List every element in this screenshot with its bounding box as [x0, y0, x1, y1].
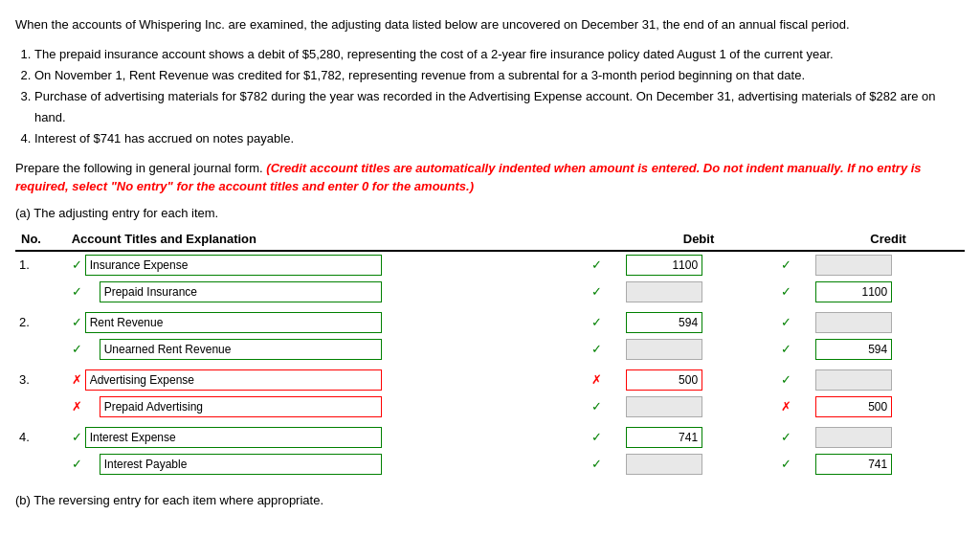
check-icon: ✓ — [779, 284, 794, 299]
credit-amount-input[interactable] — [815, 396, 892, 417]
check-icon: ✓ — [590, 457, 605, 471]
credit-amount-input[interactable] — [815, 255, 892, 276]
check-icon: ✓ — [779, 342, 794, 356]
x-icon: ✗ — [70, 399, 85, 414]
check-icon: ✓ — [779, 315, 794, 329]
check-icon: ✓ — [590, 315, 605, 329]
credit-account-input[interactable] — [100, 281, 382, 302]
debit-amount-input[interactable] — [626, 255, 702, 276]
check-icon: ✓ — [779, 372, 794, 387]
list-item-1: The prepaid insurance account shows a de… — [34, 44, 965, 65]
debit-amount-input[interactable] — [626, 454, 702, 475]
credit-amount-input[interactable] — [815, 454, 892, 475]
list-item-4: Interest of $741 has accrued on notes pa… — [34, 128, 965, 149]
col-credit-header: Credit — [812, 228, 965, 251]
table-row: ✗✓✗ — [15, 393, 965, 420]
col-no-header: No. — [15, 228, 66, 251]
check-icon: ✓ — [779, 257, 794, 272]
check-icon: ✓ — [70, 430, 85, 444]
list-item-2: On November 1, Rent Revenue was credited… — [34, 65, 965, 86]
credit-amount-input[interactable] — [815, 369, 892, 391]
intro-text: When the accounts of Whispering Inc. are… — [15, 15, 965, 34]
table-row: ✓✓✓ — [15, 336, 965, 363]
check-icon: ✓ — [590, 399, 605, 414]
check-icon: ✓ — [779, 457, 794, 471]
x-icon: ✗ — [70, 372, 85, 387]
instruction-prefix: Prepare the following in general journal… — [15, 161, 266, 175]
debit-account-input[interactable] — [85, 255, 382, 276]
check-icon: ✓ — [70, 257, 85, 272]
table-row: 3.✗✗✓ — [15, 367, 965, 393]
col-debit-header: Debit — [622, 228, 775, 251]
table-row: ✓✓✓ — [15, 451, 965, 478]
debit-account-input[interactable] — [85, 312, 382, 333]
check-icon: ✓ — [590, 342, 605, 356]
credit-amount-input[interactable] — [815, 281, 892, 302]
table-row: 4.✓✓✓ — [15, 424, 965, 451]
debit-account-input[interactable] — [85, 369, 382, 391]
list-item-3: Purchase of advertising materials for $7… — [34, 86, 965, 128]
x-icon: ✗ — [779, 399, 794, 414]
table-row: ✓✓✓ — [15, 279, 965, 305]
credit-amount-input[interactable] — [815, 339, 892, 360]
check-icon: ✓ — [70, 342, 85, 356]
check-icon: ✓ — [70, 315, 85, 329]
credit-account-input[interactable] — [100, 454, 382, 475]
numbered-list: The prepaid insurance account shows a de… — [34, 44, 965, 149]
credit-account-input[interactable] — [100, 339, 382, 360]
check-icon: ✓ — [779, 430, 794, 444]
col-account-header: Account Titles and Explanation — [66, 228, 586, 251]
debit-amount-input[interactable] — [626, 281, 702, 302]
debit-amount-input[interactable] — [626, 339, 702, 360]
debit-amount-input[interactable] — [626, 369, 702, 391]
section-a-label: (a) The adjusting entry for each item. — [15, 206, 965, 220]
credit-amount-input[interactable] — [815, 312, 892, 333]
debit-account-input[interactable] — [85, 427, 382, 448]
table-row: 1.✓✓✓ — [15, 251, 965, 279]
debit-amount-input[interactable] — [626, 396, 702, 417]
instruction: Prepare the following in general journal… — [15, 159, 965, 196]
check-icon: ✓ — [590, 257, 605, 272]
journal-table: No. Account Titles and Explanation Debit… — [15, 228, 965, 478]
check-icon: ✓ — [70, 284, 85, 299]
debit-amount-input[interactable] — [626, 312, 702, 333]
credit-amount-input[interactable] — [815, 427, 892, 448]
section-b-label: (b) The reversing entry for each item wh… — [15, 493, 965, 507]
check-icon: ✓ — [590, 284, 605, 299]
col-check2-header — [775, 228, 812, 251]
col-check1-header — [586, 228, 622, 251]
table-row: 2.✓✓✓ — [15, 309, 965, 336]
check-icon: ✓ — [70, 457, 85, 471]
debit-amount-input[interactable] — [626, 427, 702, 448]
x-icon: ✗ — [590, 372, 605, 387]
check-icon: ✓ — [590, 430, 605, 444]
credit-account-input[interactable] — [100, 396, 382, 417]
